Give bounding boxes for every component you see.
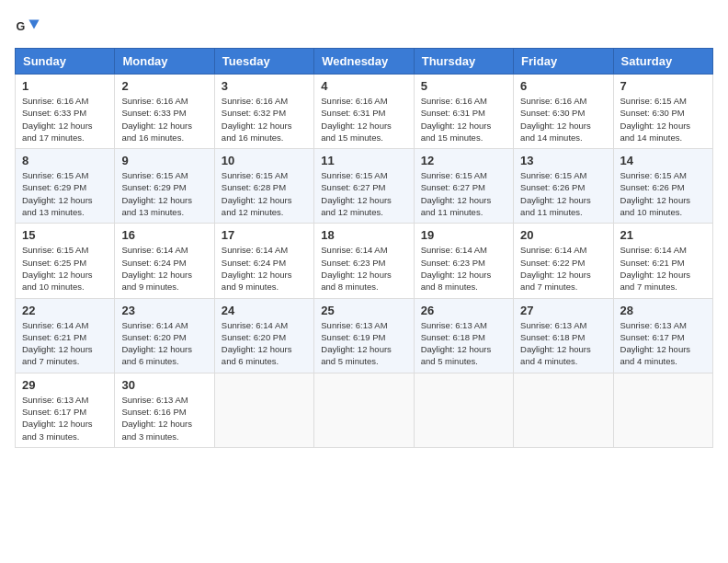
logo: G <box>15 15 44 40</box>
day-number: 26 <box>421 304 506 317</box>
logo-icon: G <box>15 15 40 40</box>
day-info: Sunrise: 6:16 AM Sunset: 6:33 PM Dayligh… <box>121 95 207 144</box>
day-number: 7 <box>620 79 706 93</box>
day-cell: 9 Sunrise: 6:15 AM Sunset: 6:29 PM Dayli… <box>115 149 214 224</box>
day-info: Sunrise: 6:16 AM Sunset: 6:32 PM Dayligh… <box>222 95 307 144</box>
day-info: Sunrise: 6:14 AM Sunset: 6:24 PM Dayligh… <box>121 244 207 293</box>
day-cell: 17 Sunrise: 6:14 AM Sunset: 6:24 PM Dayl… <box>214 224 313 298</box>
day-cell: 8 Sunrise: 6:15 AM Sunset: 6:29 PM Dayli… <box>16 149 115 224</box>
day-cell: 27 Sunrise: 6:13 AM Sunset: 6:18 PM Dayl… <box>514 298 613 373</box>
day-cell <box>314 373 414 447</box>
day-info: Sunrise: 6:13 AM Sunset: 6:19 PM Dayligh… <box>321 319 406 368</box>
day-header-wednesday: Wednesday <box>314 49 414 75</box>
day-cell <box>214 373 313 447</box>
day-number: 4 <box>321 79 406 93</box>
day-cell: 12 Sunrise: 6:15 AM Sunset: 6:27 PM Dayl… <box>414 149 513 224</box>
day-info: Sunrise: 6:13 AM Sunset: 6:17 PM Dayligh… <box>620 319 706 368</box>
day-info: Sunrise: 6:14 AM Sunset: 6:21 PM Dayligh… <box>620 244 706 293</box>
day-info: Sunrise: 6:15 AM Sunset: 6:25 PM Dayligh… <box>22 244 108 293</box>
day-cell: 30 Sunrise: 6:13 AM Sunset: 6:16 PM Dayl… <box>115 373 214 447</box>
day-number: 22 <box>22 304 108 317</box>
day-cell: 13 Sunrise: 6:15 AM Sunset: 6:26 PM Dayl… <box>514 149 613 224</box>
day-info: Sunrise: 6:15 AM Sunset: 6:26 PM Dayligh… <box>520 169 606 218</box>
day-number: 6 <box>520 79 606 93</box>
day-info: Sunrise: 6:15 AM Sunset: 6:28 PM Dayligh… <box>222 169 307 218</box>
week-row-5: 29 Sunrise: 6:13 AM Sunset: 6:17 PM Dayl… <box>16 373 713 447</box>
day-header-sunday: Sunday <box>16 49 115 75</box>
day-info: Sunrise: 6:14 AM Sunset: 6:23 PM Dayligh… <box>421 244 506 293</box>
day-cell <box>414 373 513 447</box>
day-number: 2 <box>121 79 207 93</box>
day-cell: 14 Sunrise: 6:15 AM Sunset: 6:26 PM Dayl… <box>613 149 712 224</box>
day-header-monday: Monday <box>115 49 214 75</box>
day-info: Sunrise: 6:16 AM Sunset: 6:31 PM Dayligh… <box>421 95 506 144</box>
day-info: Sunrise: 6:15 AM Sunset: 6:26 PM Dayligh… <box>620 169 706 218</box>
day-cell <box>514 373 613 447</box>
day-number: 29 <box>22 378 108 392</box>
day-number: 11 <box>321 154 406 167</box>
day-info: Sunrise: 6:16 AM Sunset: 6:30 PM Dayligh… <box>520 95 606 144</box>
day-cell: 24 Sunrise: 6:14 AM Sunset: 6:20 PM Dayl… <box>214 298 313 373</box>
day-info: Sunrise: 6:14 AM Sunset: 6:23 PM Dayligh… <box>321 244 406 293</box>
day-number: 27 <box>520 304 606 317</box>
week-row-2: 8 Sunrise: 6:15 AM Sunset: 6:29 PM Dayli… <box>16 149 713 224</box>
day-info: Sunrise: 6:14 AM Sunset: 6:20 PM Dayligh… <box>222 319 307 368</box>
day-number: 28 <box>620 304 706 317</box>
day-cell: 5 Sunrise: 6:16 AM Sunset: 6:31 PM Dayli… <box>414 75 513 149</box>
day-cell: 7 Sunrise: 6:15 AM Sunset: 6:30 PM Dayli… <box>613 75 712 149</box>
day-cell: 21 Sunrise: 6:14 AM Sunset: 6:21 PM Dayl… <box>613 224 712 298</box>
calendar-table: SundayMondayTuesdayWednesdayThursdayFrid… <box>15 48 713 448</box>
day-cell: 28 Sunrise: 6:13 AM Sunset: 6:17 PM Dayl… <box>613 298 712 373</box>
day-info: Sunrise: 6:13 AM Sunset: 6:18 PM Dayligh… <box>520 319 606 368</box>
day-number: 12 <box>421 154 506 167</box>
day-info: Sunrise: 6:16 AM Sunset: 6:31 PM Dayligh… <box>321 95 406 144</box>
day-info: Sunrise: 6:13 AM Sunset: 6:16 PM Dayligh… <box>121 394 207 442</box>
day-cell: 22 Sunrise: 6:14 AM Sunset: 6:21 PM Dayl… <box>16 298 115 373</box>
day-cell: 26 Sunrise: 6:13 AM Sunset: 6:18 PM Dayl… <box>414 298 513 373</box>
day-cell: 11 Sunrise: 6:15 AM Sunset: 6:27 PM Dayl… <box>314 149 414 224</box>
day-info: Sunrise: 6:16 AM Sunset: 6:33 PM Dayligh… <box>22 95 108 144</box>
day-cell: 10 Sunrise: 6:15 AM Sunset: 6:28 PM Dayl… <box>214 149 313 224</box>
day-cell: 20 Sunrise: 6:14 AM Sunset: 6:22 PM Dayl… <box>514 224 613 298</box>
day-number: 14 <box>620 154 706 167</box>
day-info: Sunrise: 6:15 AM Sunset: 6:29 PM Dayligh… <box>22 169 108 218</box>
day-header-thursday: Thursday <box>414 49 513 75</box>
day-number: 17 <box>222 228 307 242</box>
day-cell <box>613 373 712 447</box>
day-number: 25 <box>321 304 406 317</box>
day-number: 16 <box>121 228 207 242</box>
day-header-saturday: Saturday <box>613 49 712 75</box>
day-number: 5 <box>421 79 506 93</box>
week-row-3: 15 Sunrise: 6:15 AM Sunset: 6:25 PM Dayl… <box>16 224 713 298</box>
day-number: 30 <box>121 378 207 392</box>
day-number: 10 <box>222 154 307 167</box>
day-info: Sunrise: 6:15 AM Sunset: 6:27 PM Dayligh… <box>421 169 506 218</box>
day-cell: 29 Sunrise: 6:13 AM Sunset: 6:17 PM Dayl… <box>16 373 115 447</box>
day-cell: 4 Sunrise: 6:16 AM Sunset: 6:31 PM Dayli… <box>314 75 414 149</box>
day-header-friday: Friday <box>514 49 613 75</box>
day-info: Sunrise: 6:13 AM Sunset: 6:18 PM Dayligh… <box>421 319 506 368</box>
day-number: 18 <box>321 228 406 242</box>
day-number: 19 <box>421 228 506 242</box>
day-cell: 16 Sunrise: 6:14 AM Sunset: 6:24 PM Dayl… <box>115 224 214 298</box>
svg-marker-1 <box>28 20 39 29</box>
week-row-1: 1 Sunrise: 6:16 AM Sunset: 6:33 PM Dayli… <box>16 75 713 149</box>
header-row: SundayMondayTuesdayWednesdayThursdayFrid… <box>16 49 713 75</box>
day-number: 24 <box>222 304 307 317</box>
day-number: 21 <box>620 228 706 242</box>
day-number: 20 <box>520 228 606 242</box>
day-cell: 23 Sunrise: 6:14 AM Sunset: 6:20 PM Dayl… <box>115 298 214 373</box>
day-cell: 2 Sunrise: 6:16 AM Sunset: 6:33 PM Dayli… <box>115 75 214 149</box>
day-number: 9 <box>121 154 207 167</box>
day-cell: 3 Sunrise: 6:16 AM Sunset: 6:32 PM Dayli… <box>214 75 313 149</box>
day-info: Sunrise: 6:14 AM Sunset: 6:24 PM Dayligh… <box>222 244 307 293</box>
day-cell: 25 Sunrise: 6:13 AM Sunset: 6:19 PM Dayl… <box>314 298 414 373</box>
day-cell: 15 Sunrise: 6:15 AM Sunset: 6:25 PM Dayl… <box>16 224 115 298</box>
day-cell: 18 Sunrise: 6:14 AM Sunset: 6:23 PM Dayl… <box>314 224 414 298</box>
day-info: Sunrise: 6:15 AM Sunset: 6:29 PM Dayligh… <box>121 169 207 218</box>
day-number: 8 <box>22 154 108 167</box>
week-row-4: 22 Sunrise: 6:14 AM Sunset: 6:21 PM Dayl… <box>16 298 713 373</box>
day-number: 23 <box>121 304 207 317</box>
day-info: Sunrise: 6:14 AM Sunset: 6:21 PM Dayligh… <box>22 319 108 368</box>
day-number: 15 <box>22 228 108 242</box>
